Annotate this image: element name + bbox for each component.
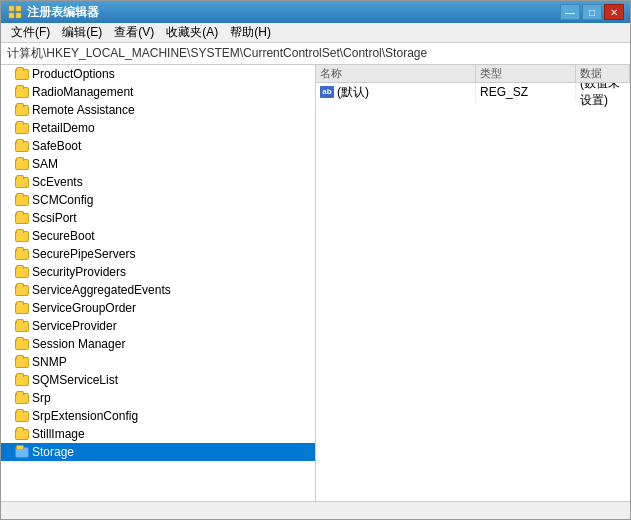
col-header-type: 类型	[476, 65, 576, 82]
svg-rect-0	[9, 6, 14, 11]
folder-icon	[15, 375, 29, 386]
folder-icon	[15, 429, 29, 440]
col-header-data: 数据	[576, 65, 630, 82]
tree-item[interactable]: Remote Assistance	[1, 101, 315, 119]
right-panel-item[interactable]: ab(默认)REG_SZ(数值未设置)	[316, 83, 630, 101]
tree-item-label: SecurityProviders	[32, 265, 126, 279]
svg-rect-2	[9, 13, 14, 18]
tree-item[interactable]: SNMP	[1, 353, 315, 371]
folder-icon	[15, 411, 29, 422]
tree-item[interactable]: SrpExtensionConfig	[1, 407, 315, 425]
tree-item-label: ServiceGroupOrder	[32, 301, 136, 315]
tree-item-label: SrpExtensionConfig	[32, 409, 138, 423]
address-bar: 计算机\HKEY_LOCAL_MACHINE\SYSTEM\CurrentCon…	[1, 43, 630, 65]
folder-icon	[15, 447, 29, 458]
tree-item[interactable]: StillImage	[1, 425, 315, 443]
tree-item[interactable]: RetailDemo	[1, 119, 315, 137]
folder-icon	[15, 303, 29, 314]
registry-editor-window: 注册表编辑器 — □ ✕ 文件(F) 编辑(E) 查看(V) 收藏夹(A) 帮助…	[0, 0, 631, 520]
status-bar	[1, 501, 630, 519]
folder-icon	[15, 357, 29, 368]
tree-item-label: RadioManagement	[32, 85, 133, 99]
tree-item[interactable]: ServiceGroupOrder	[1, 299, 315, 317]
folder-icon	[15, 159, 29, 170]
right-panel: 名称 类型 数据 ab(默认)REG_SZ(数值未设置)	[316, 65, 630, 501]
tree-item[interactable]: SecurityProviders	[1, 263, 315, 281]
tree-item-label: RetailDemo	[32, 121, 95, 135]
tree-item[interactable]: ServiceAggregatedEvents	[1, 281, 315, 299]
value-data: (数值未设置)	[576, 83, 630, 101]
tree-item[interactable]: Session Manager	[1, 335, 315, 353]
folder-icon	[15, 87, 29, 98]
tree-list[interactable]: ProductOptionsRadioManagementRemote Assi…	[1, 65, 315, 501]
tree-item-label: ProductOptions	[32, 67, 115, 81]
tree-item-label: SNMP	[32, 355, 67, 369]
tree-item[interactable]: SQMServiceList	[1, 371, 315, 389]
menu-favorites[interactable]: 收藏夹(A)	[160, 22, 224, 43]
tree-item[interactable]: Srp	[1, 389, 315, 407]
tree-item[interactable]: Storage	[1, 443, 315, 461]
value-type: REG_SZ	[476, 83, 576, 101]
col-header-name: 名称	[316, 65, 476, 82]
tree-item-label: SQMServiceList	[32, 373, 118, 387]
tree-item[interactable]: SecureBoot	[1, 227, 315, 245]
tree-item-label: SecureBoot	[32, 229, 95, 243]
menu-edit[interactable]: 编辑(E)	[56, 22, 108, 43]
right-list[interactable]: ab(默认)REG_SZ(数值未设置)	[316, 83, 630, 501]
tree-item-label: StillImage	[32, 427, 85, 441]
tree-item-label: Storage	[32, 445, 74, 459]
tree-item-label: SAM	[32, 157, 58, 171]
tree-item-label: Session Manager	[32, 337, 125, 351]
title-bar-buttons: — □ ✕	[560, 4, 624, 20]
tree-item-label: Srp	[32, 391, 51, 405]
tree-item-label: SafeBoot	[32, 139, 81, 153]
tree-item[interactable]: SafeBoot	[1, 137, 315, 155]
folder-icon	[15, 213, 29, 224]
tree-item[interactable]: SCMConfig	[1, 191, 315, 209]
folder-icon	[15, 393, 29, 404]
tree-item[interactable]: SecurePipeServers	[1, 245, 315, 263]
tree-item-label: Remote Assistance	[32, 103, 135, 117]
tree-item[interactable]: RadioManagement	[1, 83, 315, 101]
string-value-icon: ab	[320, 86, 334, 98]
folder-icon	[15, 285, 29, 296]
left-panel: ProductOptionsRadioManagementRemote Assi…	[1, 65, 316, 501]
folder-icon	[15, 141, 29, 152]
menu-help[interactable]: 帮助(H)	[224, 22, 277, 43]
tree-item-label: ServiceProvider	[32, 319, 117, 333]
tree-item-label: SecurePipeServers	[32, 247, 135, 261]
folder-icon	[15, 177, 29, 188]
value-name-text: (默认)	[337, 84, 369, 101]
folder-icon	[15, 105, 29, 116]
folder-icon	[15, 123, 29, 134]
title-bar: 注册表编辑器 — □ ✕	[1, 1, 630, 23]
folder-icon	[15, 249, 29, 260]
tree-item-label: SCMConfig	[32, 193, 93, 207]
folder-icon	[15, 321, 29, 332]
menu-view[interactable]: 查看(V)	[108, 22, 160, 43]
main-content: ProductOptionsRadioManagementRemote Assi…	[1, 65, 630, 501]
tree-item[interactable]: ServiceProvider	[1, 317, 315, 335]
window-title: 注册表编辑器	[27, 4, 560, 21]
menu-file[interactable]: 文件(F)	[5, 22, 56, 43]
maximize-button[interactable]: □	[582, 4, 602, 20]
tree-item[interactable]: ScEvents	[1, 173, 315, 191]
folder-icon	[15, 267, 29, 278]
tree-item[interactable]: ScsiPort	[1, 209, 315, 227]
folder-icon	[15, 195, 29, 206]
tree-item-label: ServiceAggregatedEvents	[32, 283, 171, 297]
folder-icon	[15, 69, 29, 80]
address-text: 计算机\HKEY_LOCAL_MACHINE\SYSTEM\CurrentCon…	[7, 45, 427, 62]
app-icon	[7, 4, 23, 20]
value-name: ab(默认)	[316, 83, 476, 101]
folder-icon	[15, 231, 29, 242]
tree-item[interactable]: ProductOptions	[1, 65, 315, 83]
close-button[interactable]: ✕	[604, 4, 624, 20]
tree-item[interactable]: SAM	[1, 155, 315, 173]
minimize-button[interactable]: —	[560, 4, 580, 20]
svg-rect-3	[16, 13, 21, 18]
folder-icon	[15, 339, 29, 350]
tree-item-label: ScEvents	[32, 175, 83, 189]
svg-rect-1	[16, 6, 21, 11]
menu-bar: 文件(F) 编辑(E) 查看(V) 收藏夹(A) 帮助(H)	[1, 23, 630, 43]
